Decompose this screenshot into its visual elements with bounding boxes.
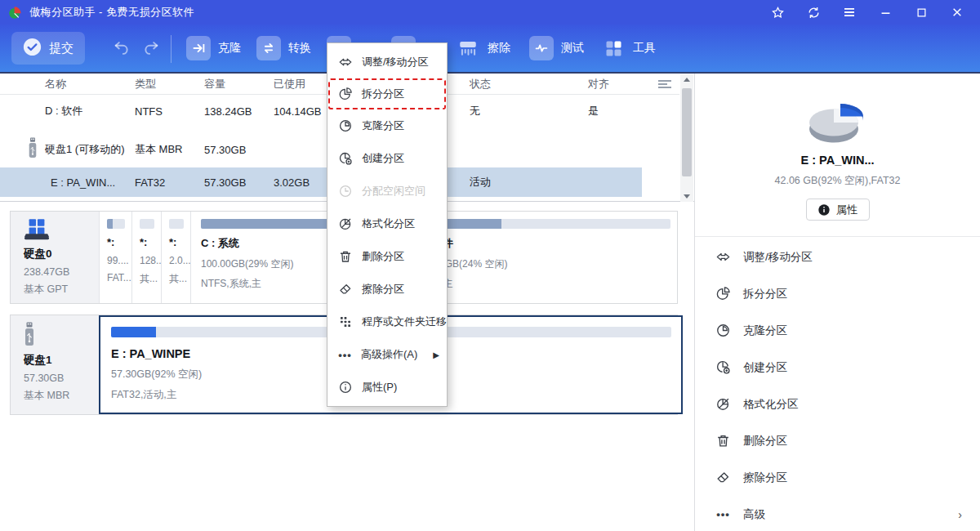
- resize-move-icon: [338, 55, 353, 69]
- scrollbar-thumb[interactable]: [682, 88, 692, 176]
- allocate-space-icon: [338, 184, 353, 199]
- sidebar-item-label: 高级: [743, 507, 765, 522]
- partition-fs: FAT...: [107, 272, 125, 283]
- sidebar-item-resize-move[interactable]: 调整/移动分区: [695, 239, 980, 275]
- clone-button[interactable]: 克隆: [186, 36, 241, 60]
- menu-item-label: 格式化分区: [362, 216, 415, 231]
- column-settings-icon[interactable]: [658, 80, 671, 89]
- ellipsis-icon: •••: [338, 349, 352, 361]
- disk1-info[interactable]: 硬盘1 57.30GB 基本 MBR: [11, 315, 99, 414]
- partition-name: D : 软件: [415, 236, 670, 251]
- menu-item-allocate-free-space: 分配空闲空间: [327, 175, 447, 207]
- menu-item-resize-move[interactable]: 调整/移动分区: [327, 46, 447, 78]
- scroll-down-arrow[interactable]: [680, 190, 693, 202]
- selected-partition-info: 42.06 GB(92% 空闲),FAT32: [695, 174, 980, 188]
- info-icon: [338, 380, 353, 395]
- refresh-icon[interactable]: [805, 4, 822, 20]
- partition-size: 128...: [140, 255, 154, 266]
- sidebar-item-format-partition[interactable]: 格式化分区: [695, 386, 980, 422]
- convert-icon: [256, 36, 281, 60]
- column-header-capacity[interactable]: 容量: [204, 74, 225, 95]
- create-partition-icon: [338, 151, 353, 166]
- submit-button[interactable]: 提交: [11, 32, 85, 65]
- tools-grid-icon: [601, 36, 626, 60]
- column-header-status[interactable]: 状态: [470, 74, 491, 95]
- sidebar-item-delete-partition[interactable]: 删除分区: [695, 422, 980, 459]
- usage-bar: [140, 219, 154, 229]
- disk0-info[interactable]: 硬盘0 238.47GB 基本 GPT: [11, 212, 99, 303]
- menu-item-properties[interactable]: 属性(P): [327, 371, 447, 404]
- partition-block[interactable]: *: 2.0... 其...: [161, 212, 190, 303]
- sidebar-item-clone-partition[interactable]: 克隆分区: [695, 312, 980, 349]
- maximize-button[interactable]: [913, 4, 929, 20]
- partition-fs: 其...: [169, 272, 184, 286]
- sidebar-item-label: 擦除分区: [743, 471, 787, 485]
- menu-item-clone-partition[interactable]: 克隆分区: [327, 109, 447, 142]
- clone-icon: [186, 36, 211, 60]
- sidebar-item-advanced[interactable]: ••• 高级 ›: [695, 496, 980, 531]
- submenu-arrow-icon: ▶: [433, 350, 439, 359]
- menu-item-app-migration[interactable]: 程序或文件夹迁移: [327, 306, 447, 338]
- redo-button[interactable]: [142, 39, 160, 57]
- sidebar-item-label: 克隆分区: [743, 324, 787, 338]
- partition-block[interactable]: *: 99.... FAT...: [99, 212, 131, 303]
- convert-label: 转换: [288, 41, 311, 56]
- minimize-button[interactable]: [877, 4, 893, 20]
- redo-icon: [142, 39, 160, 57]
- row-status: 无: [470, 104, 480, 118]
- undo-button[interactable]: [113, 39, 131, 57]
- disk-name: 硬盘0: [24, 247, 99, 261]
- erase-shredder-icon: [456, 36, 480, 60]
- menu-item-split-partition[interactable]: 拆分分区: [330, 80, 444, 108]
- test-button[interactable]: 测试: [529, 36, 584, 60]
- tools-button[interactable]: 工具: [601, 36, 656, 60]
- sidebar-action-list: 调整/移动分区 拆分分区 克隆分区 创建分区 格式化分区 删除分区 擦除分区 •…: [695, 237, 980, 531]
- menu-item-format-partition[interactable]: 格式化分区: [327, 207, 447, 240]
- convert-button[interactable]: 转换: [256, 36, 311, 60]
- partition-size: 138.24GB(24% 空闲): [415, 257, 670, 271]
- partition-pie-chart: [801, 95, 875, 149]
- disk-name: 硬盘1: [24, 353, 99, 368]
- usb-drive-icon: [24, 335, 35, 349]
- format-partition-icon: [338, 216, 353, 231]
- menu-item-label: 擦除分区: [362, 282, 404, 297]
- menu-item-label: 分配空闲空间: [362, 184, 425, 199]
- menu-item-delete-partition[interactable]: 删除分区: [327, 240, 447, 273]
- table-scrollbar[interactable]: [680, 74, 693, 202]
- column-header-aligned[interactable]: 对齐: [588, 74, 609, 95]
- sidebar-item-label: 创建分区: [743, 360, 787, 375]
- properties-label: 属性: [836, 203, 858, 217]
- sidebar-item-create-partition[interactable]: 创建分区: [695, 349, 980, 386]
- app-migration-icon: [338, 315, 353, 329]
- main-menu-icon[interactable]: [841, 4, 858, 20]
- sidebar-item-label: 拆分分区: [743, 287, 787, 301]
- sidebar-item-wipe-partition[interactable]: 擦除分区: [695, 459, 980, 496]
- app-logo-icon: [8, 6, 22, 20]
- sidebar-item-label: 格式化分区: [743, 397, 799, 412]
- column-header-used[interactable]: 已使用: [274, 74, 305, 95]
- scroll-up-arrow[interactable]: [680, 74, 693, 85]
- column-header-type[interactable]: 类型: [135, 74, 156, 95]
- menu-item-wipe-partition[interactable]: 擦除分区: [327, 273, 447, 306]
- menu-item-advanced-operations[interactable]: ••• 高级操作(A) ▶: [327, 338, 447, 371]
- usage-bar: [415, 219, 670, 229]
- split-partition-highlight: 拆分分区: [328, 78, 446, 109]
- context-menu: 调整/移动分区 拆分分区 克隆分区 创建分区 分配空闲空间 格式化分区 删除分区…: [327, 42, 448, 407]
- close-button[interactable]: [949, 4, 965, 20]
- partition-block[interactable]: *: 128... 其...: [131, 212, 161, 303]
- split-partition-icon: [715, 286, 731, 301]
- usage-bar: [107, 219, 125, 229]
- partition-size: 2.0...: [169, 255, 184, 266]
- properties-button[interactable]: 属性: [806, 199, 870, 221]
- row-aligned: 是: [588, 104, 599, 118]
- sidebar-item-split-partition[interactable]: 拆分分区: [695, 275, 980, 312]
- favorite-star-icon[interactable]: [769, 4, 786, 20]
- menu-item-create-partition[interactable]: 创建分区: [327, 142, 447, 175]
- usb-drive-icon: [28, 137, 38, 162]
- erase-button[interactable]: 擦除: [456, 36, 510, 60]
- column-header-name[interactable]: 名称: [45, 74, 66, 95]
- row-capacity: 138.24GB: [204, 105, 252, 118]
- row-type: NTFS: [135, 105, 163, 118]
- wipe-partition-icon: [715, 470, 731, 485]
- sidebar-item-label: 调整/移动分区: [743, 250, 813, 265]
